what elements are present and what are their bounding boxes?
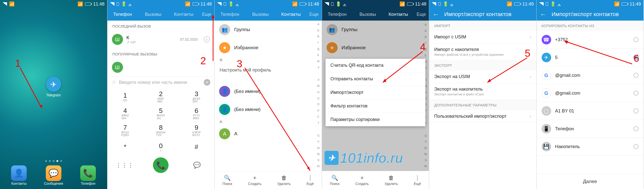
screen-1-home: 📶 📶 11:48 ✈ Telegram 👤 Контакты 💬 Сообще…: [0, 0, 107, 189]
key-4[interactable]: 4ИЙКЛ GHI: [107, 105, 143, 122]
status-bar: 🔋 📶11:49: [429, 0, 536, 8]
tab-phone[interactable]: Телефон: [215, 12, 245, 17]
toolbar-delete[interactable]: 🗑Удалить: [277, 175, 291, 186]
menu-filter[interactable]: Фильтр контактов: [326, 99, 426, 113]
tab-contacts[interactable]: Контакты: [276, 12, 306, 17]
key-1[interactable]: 1QO: [107, 88, 143, 105]
account-google-2[interactable]: G @gmail.com: [537, 84, 644, 102]
toolbar-search[interactable]: 🔍Поиск: [330, 175, 340, 186]
telegram-label: Telegram: [46, 93, 61, 97]
call-entry[interactable]: Ш К ↗+37 07.02.2020 i: [107, 30, 215, 48]
tab-contacts[interactable]: Контакты: [169, 12, 199, 17]
search-icon: 🔍: [224, 175, 231, 181]
telegram-app-icon[interactable]: ✈ Telegram: [46, 77, 61, 97]
dock-label: Телефон: [81, 181, 95, 185]
row-groups[interactable]: 👥 Группы: [215, 21, 322, 39]
cat-import: ИМПОРТ: [429, 21, 536, 31]
key-5[interactable]: 5МНОП JKL: [143, 105, 179, 122]
alpha-index[interactable]: АБВГДЕЖЗ·ЛМНОПРСТ·ЦЧШЩЭЮЯ: [316, 23, 321, 174]
avatar: Ш: [112, 62, 123, 73]
keypad: 1QO 2АБВГ ABC 3ДЕЖЗ DEF 4ИЙКЛ GHI 5МНОП …: [107, 88, 215, 155]
screen-5-import-export: 🔋 📶11:49 ← Импорт/экспорт контактов ИМПО…: [429, 0, 537, 189]
row-favorites[interactable]: ★ Избранное: [215, 39, 322, 57]
groups-icon: 👥: [219, 24, 230, 35]
menu-sort[interactable]: Параметры сортировки: [326, 113, 426, 126]
tab-more[interactable]: Еще: [414, 12, 429, 17]
back-icon[interactable]: ←: [540, 11, 547, 18]
wifi-icon: 📶: [77, 1, 83, 7]
telegram-icon: ✈: [542, 53, 551, 62]
tab-phone[interactable]: Телефон: [107, 12, 138, 17]
section-last-call: ПОСЛЕДНИЙ ВЫЗОВ: [107, 21, 215, 30]
toolbar-search[interactable]: 🔍Поиск: [222, 175, 232, 186]
annotation-2: 2: [200, 55, 206, 67]
status-bar: 🔋 📶11:48: [322, 0, 429, 8]
menu-import-export[interactable]: Импорт/экспорт: [326, 86, 426, 99]
toolbar-create[interactable]: +Создать: [355, 175, 369, 186]
key-6[interactable]: 6РСТУ MNO: [179, 105, 214, 122]
apps-icon[interactable]: ⋮⋮⋮: [118, 159, 131, 171]
key-0[interactable]: 0+: [143, 139, 179, 155]
call-entry[interactable]: Ш: [107, 58, 215, 76]
back-icon[interactable]: ←: [433, 11, 439, 18]
call-button[interactable]: 📞: [153, 157, 169, 173]
sms-icon[interactable]: 💬: [191, 159, 203, 171]
key-7[interactable]: 7ФХЦЧ PQRS: [107, 122, 143, 139]
radio[interactable]: [633, 108, 638, 113]
radio[interactable]: [633, 126, 638, 131]
tab-contacts[interactable]: Контакты: [383, 12, 414, 17]
export-storage[interactable]: Экспорт на накопительЭкспорт контактов в…: [429, 83, 536, 100]
toolbar-more[interactable]: ⋮Ещё: [306, 175, 314, 186]
tab-more[interactable]: Еще: [306, 12, 322, 17]
key-9[interactable]: 9ЬЭЮЯ WXYZ: [179, 122, 214, 139]
toolbar-more[interactable]: ⋮Ещё: [414, 175, 421, 186]
label: Избранное: [234, 45, 258, 50]
account-google[interactable]: G @gmail.com: [537, 67, 644, 84]
status-bar: 🔋 📶11:48: [107, 0, 215, 8]
watermark: ✈ 101info.ru: [325, 150, 403, 166]
dock-messages[interactable]: 💬 Сообщения: [44, 165, 63, 185]
radio[interactable]: [633, 144, 638, 149]
battery-icon: [85, 3, 91, 6]
key-star[interactable]: *: [107, 139, 143, 155]
next-button[interactable]: Далее: [537, 173, 644, 189]
annotation-6: 6: [634, 53, 639, 64]
info-icon[interactable]: i: [204, 36, 210, 42]
dock-label: Сообщения: [44, 181, 63, 185]
page-title: Импорт/экспорт контактов: [444, 11, 511, 18]
tab-phone[interactable]: Телефон: [322, 12, 353, 17]
status-bar: 🔋 📶11:49: [537, 0, 644, 8]
account-phone[interactable]: 📱 Телефон: [537, 120, 644, 138]
dock-contacts[interactable]: 👤 Контакты: [11, 165, 27, 185]
import-usim[interactable]: Импорт с USIM›: [429, 31, 536, 43]
toolbar-create[interactable]: +Создать: [248, 175, 261, 186]
key-hash[interactable]: #: [179, 139, 214, 155]
tab-calls[interactable]: Вызовы: [138, 12, 169, 17]
account-storage[interactable]: 💾 Накопитель: [537, 138, 644, 156]
toolbar-delete[interactable]: 🗑Удалить: [385, 175, 398, 186]
google-icon: G: [542, 71, 551, 80]
svg-line-8: [488, 58, 527, 82]
clear-icon[interactable]: ✕: [204, 79, 210, 86]
red-arrow-1: [18, 65, 48, 113]
svg-marker-3: [212, 15, 215, 18]
dock-phone[interactable]: 📞 Телефон: [80, 165, 96, 185]
custom-import-export[interactable]: Пользовательский импорт/экспорт›: [429, 110, 536, 123]
key-8[interactable]: 8ШЩЪЫ TUV: [143, 122, 179, 139]
annotation-1: 1: [15, 58, 21, 69]
sim-icon: ▢: [542, 106, 551, 116]
key-2[interactable]: 2АБВГ ABC: [143, 88, 179, 105]
tabs-bar: Телефон Вызовы Контакты Еще: [107, 8, 215, 21]
account-a1[interactable]: ▢ A1 BY 01: [537, 102, 644, 120]
tab-calls[interactable]: Вызовы: [245, 12, 276, 17]
phone-icon: 📱: [542, 124, 551, 134]
tabs-bar: Телефон Вызовы Контакты Еще: [322, 8, 429, 21]
tab-calls[interactable]: Вызовы: [352, 12, 383, 17]
radio[interactable]: [633, 73, 638, 78]
dial-input[interactable]: Введите номер или часть имени: [119, 80, 202, 85]
radio[interactable]: [633, 91, 638, 96]
favorite-icon[interactable]: ☆: [111, 79, 116, 86]
section-popular: ПОПУЛЯРНЫЕ ВЫЗОВЫ: [107, 48, 215, 58]
clock: 11:48: [93, 2, 104, 7]
key-3[interactable]: 3ДЕЖЗ DEF: [179, 88, 214, 105]
